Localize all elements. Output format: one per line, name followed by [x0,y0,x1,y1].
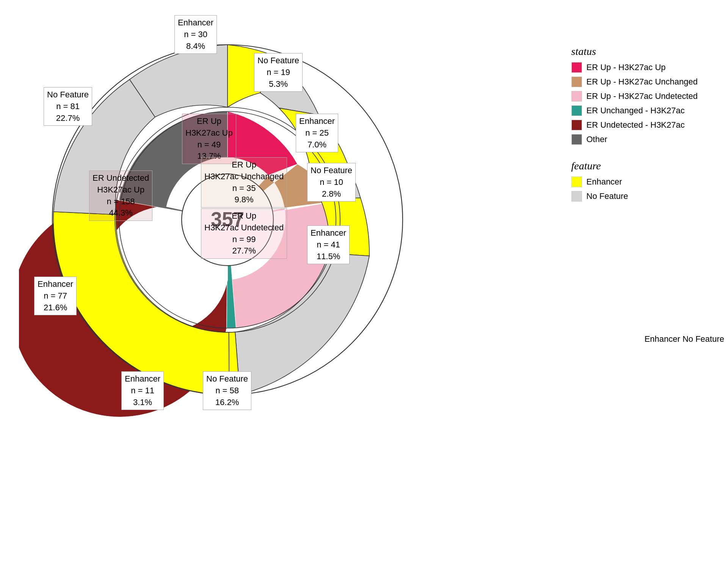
legend-item-4: ER Undetected - H3K27ac [571,120,698,130]
swatch-other [571,134,582,145]
legend-item-2: ER Up - H3K27ac Undetected [571,91,698,102]
label-right-mid-nofeature: No Feature n = 10 2.8% [307,163,356,202]
swatch-er-up-unchanged [571,77,582,87]
swatch-er-unchanged [571,105,582,116]
legend-item-enhancer: Enhancer [571,177,698,187]
label-right-bot-enhancer: Enhancer n = 41 11.5% [307,225,350,264]
legend-label-er-up-unchanged: ER Up - H3K27ac Unchanged [587,77,698,87]
label-bot-nofeature: No Feature n = 58 16.2% [203,371,251,410]
legend-feature-title: feature [571,160,698,172]
swatch-er-up-up [571,62,582,73]
label-inner-er-undetected: ER Undetected H3K27ac Up n = 158 44.3% [89,171,152,221]
swatch-er-up-undetected [571,91,582,102]
legend-label-er-up-up: ER Up - H3K27ac Up [587,63,666,72]
legend-item-5: Other [571,134,698,145]
label-left-nofeature: No Feature n = 81 22.7% [44,87,92,126]
legend-item-0: ER Up - H3K27ac Up [571,62,698,73]
legend-status-title: status [571,45,698,58]
legend: status ER Up - H3K27ac Up ER Up - H3K27a… [571,45,698,217]
legend-label-er-unchanged: ER Unchanged - H3K27ac [587,106,685,116]
legend-feature-section: feature Enhancer No Feature [571,160,698,202]
legend-item-3: ER Unchanged - H3K27ac [571,105,698,116]
legend-label-other: Other [587,135,607,144]
swatch-nofeature [571,191,582,202]
legend-label-enhancer: Enhancer [587,177,622,187]
legend-item-1: ER Up - H3K27ac Unchanged [571,77,698,87]
legend-label-er-up-undetected: ER Up - H3K27ac Undetected [587,91,698,101]
label-top-nofeature: No Feature n = 19 5.3% [254,53,303,92]
swatch-enhancer [571,177,582,187]
legend-status-section: status ER Up - H3K27ac Up ER Up - H3K27a… [571,45,698,145]
enhancer-no-feature-label: Enhancer No Feature [641,330,728,348]
label-inner-er-up-up: ER Up H3K27ac Up n = 49 13.7% [182,114,236,164]
legend-item-nofeature: No Feature [571,191,698,202]
legend-label-er-undetected: ER Undetected - H3K27ac [587,120,685,130]
label-right-top-enhancer: Enhancer n = 25 7.0% [296,114,338,152]
legend-label-nofeature: No Feature [587,191,628,201]
label-inner-er-up-undetected: ER Up H3K27ac Undetected n = 99 27.7% [201,208,287,259]
label-top-enhancer: Enhancer n = 30 8.4% [174,15,217,54]
label-left-bot-enhancer: Enhancer n = 77 21.6% [34,277,77,315]
label-bot-enhancer: Enhancer n = 11 3.1% [121,371,164,410]
label-inner-er-up-unchanged: ER Up H3K27ac Unchanged n = 35 9.8% [201,157,287,208]
swatch-er-undetected [571,120,582,130]
